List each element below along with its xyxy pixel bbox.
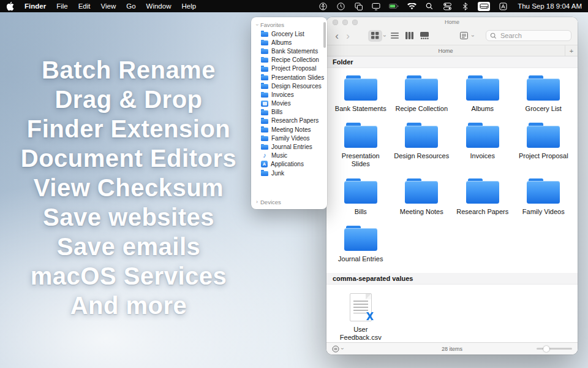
sidebar-item-movies[interactable]: Movies	[251, 99, 327, 108]
folder-item-project-proposal[interactable]: Project Proposal	[513, 123, 575, 168]
desktop: FinderFileEditViewGoWindowHelp Thu Sep 1…	[0, 0, 588, 368]
folder-item-research-papers[interactable]: Research Papers	[452, 178, 513, 216]
close-button[interactable]	[333, 20, 338, 25]
action-circle-icon	[332, 345, 339, 353]
chevron-down-icon: ›	[470, 35, 475, 37]
folder-item-bills[interactable]: Bills	[330, 178, 391, 216]
sidebar-item-meeting-notes[interactable]: Meeting Notes	[251, 125, 327, 134]
hero-line: Document Editors	[0, 144, 257, 173]
new-tab-button[interactable]: +	[565, 45, 578, 56]
bluetooth-icon[interactable]	[460, 2, 470, 11]
columns-view-button[interactable]	[402, 30, 417, 42]
folder-item-bank-statements[interactable]: Bank Statements	[330, 75, 391, 113]
menu-bar-clock[interactable]: Thu Sep 18 9:04 AM	[518, 2, 582, 10]
mirroring-icon[interactable]	[353, 2, 363, 11]
folder-item-journal-entries[interactable]: Journal Entries	[330, 226, 391, 263]
action-menu-button[interactable]: ›	[332, 345, 343, 353]
sidebar-item-journal-entries[interactable]: Journal Entries	[251, 142, 327, 151]
minimize-button[interactable]	[342, 20, 348, 25]
folder-icon	[261, 144, 268, 150]
chevron-down-icon: ›	[382, 35, 387, 37]
folder-icon	[344, 123, 377, 148]
control-center-icon[interactable]	[442, 2, 452, 11]
display-icon[interactable]	[371, 2, 381, 11]
devices-section-header[interactable]: › Devices	[251, 197, 327, 207]
sidebar-item-bills[interactable]: Bills	[251, 108, 327, 117]
apple-icon[interactable]	[6, 2, 14, 11]
list-view-button[interactable]	[388, 30, 402, 42]
accessibility-icon[interactable]	[318, 2, 328, 11]
menu-help[interactable]: Help	[181, 2, 196, 10]
sidebar-item-applications[interactable]: AApplications	[251, 160, 327, 169]
folder-item-design-resources[interactable]: Design Resources	[391, 123, 453, 168]
sidebar-item-invoices[interactable]: Invoices	[251, 90, 327, 99]
sidebar-item-junk[interactable]: Junk	[251, 169, 327, 177]
wifi-icon[interactable]	[407, 2, 417, 11]
hero-line: Save emails	[0, 232, 257, 261]
sidebar-item-music[interactable]: ♪Music	[251, 151, 327, 160]
file-grid: User Feedback.csv	[326, 285, 578, 342]
sidebar-item-project-proposal[interactable]: Project Proposal	[251, 64, 327, 73]
scrollbar-thumb[interactable]	[323, 22, 326, 48]
folder-item-grocery-list[interactable]: Grocery List	[513, 75, 575, 113]
back-button[interactable]: ‹	[333, 31, 341, 41]
file-label: Family Videos	[522, 208, 565, 216]
status-bar: 28 items ›	[326, 342, 578, 355]
forward-button[interactable]: ›	[344, 31, 352, 41]
file-label: Albums	[471, 105, 494, 113]
sidebar-item-presentation-slides[interactable]: Presentation Slides	[251, 73, 327, 82]
gallery-view-button[interactable]	[417, 30, 431, 42]
icon-size-slider[interactable]	[537, 348, 572, 350]
folder-icon	[261, 66, 268, 72]
sidebar-item-design-resources[interactable]: Design Resources	[251, 82, 327, 90]
tab-home[interactable]: Home	[326, 45, 565, 56]
battery-icon[interactable]	[389, 2, 399, 11]
folder-icon	[466, 178, 499, 204]
folder-item-invoices[interactable]: Invoices	[452, 123, 513, 168]
tab-bar: Home +	[326, 45, 578, 56]
clock-icon[interactable]	[336, 2, 345, 11]
folder-item-family-videos[interactable]: Family Videos	[513, 178, 575, 216]
file-label: Project Proposal	[519, 152, 568, 160]
devices-label: Devices	[260, 199, 281, 205]
hero-line: Finder Extension	[0, 114, 257, 144]
folder-item-albums[interactable]: Albums	[452, 75, 513, 113]
sidebar-item-family-videos[interactable]: Family Videos	[251, 134, 327, 142]
spotlight-icon[interactable]	[424, 2, 434, 11]
menu-go[interactable]: Go	[126, 2, 135, 10]
folder-item-meeting-notes[interactable]: Meeting Notes	[391, 178, 453, 216]
menu-file[interactable]: File	[56, 2, 68, 10]
favorites-section-header[interactable]: › Favorites	[251, 20, 327, 29]
folder-icon	[527, 123, 560, 148]
sidebar-item-recipe-collection[interactable]: Recipe Collection	[251, 56, 327, 64]
folder-icon	[405, 123, 438, 148]
grid-view-button[interactable]	[368, 30, 382, 42]
zoom-button[interactable]	[352, 20, 358, 25]
slider-track[interactable]	[537, 348, 572, 350]
menu-window[interactable]: Window	[146, 2, 172, 10]
drive-icon[interactable]	[478, 2, 490, 11]
folder-item-recipe-collection[interactable]: Recipe Collection	[391, 75, 453, 113]
slider-knob[interactable]	[543, 346, 549, 352]
file-label: Recipe Collection	[395, 105, 448, 113]
folder-item-presentation-slides[interactable]: Presentation Slides	[330, 123, 391, 168]
file-item-user-feedback-csv[interactable]: User Feedback.csv	[330, 292, 391, 342]
menu-finder[interactable]: Finder	[24, 2, 46, 10]
search-input[interactable]	[499, 31, 567, 40]
sidebar-item-grocery-list[interactable]: Grocery List	[251, 29, 327, 38]
folder-icon	[261, 92, 268, 98]
sidebar-item-label: Grocery List	[271, 31, 304, 37]
sidebar-item-research-papers[interactable]: Research Papers	[251, 117, 327, 125]
input-source-icon[interactable]	[498, 2, 508, 11]
title-bar[interactable]: Home	[326, 17, 578, 26]
group-menu-button[interactable]: ›	[457, 30, 475, 42]
sidebar-item-label: Recipe Collection	[271, 56, 319, 63]
menu-view[interactable]: View	[101, 2, 116, 10]
sidebar-item-albums[interactable]: Albums	[251, 38, 327, 47]
hero-line: View Checksum	[0, 173, 257, 202]
sidebar-item-bank-statements[interactable]: Bank Statements	[251, 47, 327, 55]
menu-edit[interactable]: Edit	[78, 2, 91, 10]
search-field[interactable]	[486, 30, 571, 41]
window-title: Home	[445, 19, 459, 25]
menu-items: FinderFileEditViewGoWindowHelp	[24, 2, 196, 10]
